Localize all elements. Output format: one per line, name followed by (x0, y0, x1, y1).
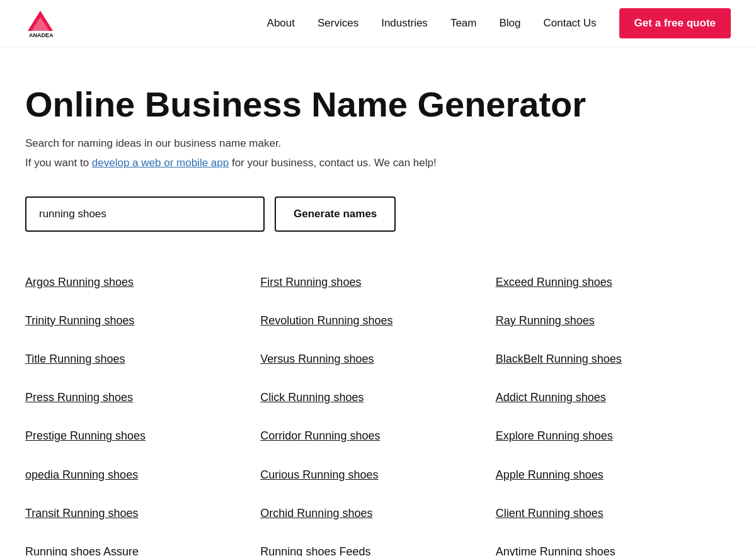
result-link[interactable]: Versus Running shoes (260, 340, 495, 378)
result-link[interactable]: Addict Running shoes (496, 378, 731, 417)
subtitle-suffix: for your business, contact us. We can he… (229, 157, 436, 169)
search-input[interactable] (25, 196, 265, 232)
result-link[interactable]: Transit Running shoes (25, 494, 260, 533)
result-link[interactable]: Apple Running shoes (496, 456, 731, 494)
results-column-3: Exceed Running shoesRay Running shoesBla… (496, 263, 731, 556)
get-free-quote-button[interactable]: Get a free quote (619, 8, 731, 38)
main-nav: About Services Industries Team Blog Cont… (267, 8, 731, 38)
result-link[interactable]: Argos Running shoes (25, 263, 260, 302)
svg-text:ANADEA: ANADEA (29, 32, 54, 38)
result-link[interactable]: First Running shoes (260, 263, 495, 302)
result-link[interactable]: Click Running shoes (260, 378, 495, 417)
develop-app-link[interactable]: develop a web or mobile app (92, 157, 229, 169)
result-link[interactable]: Running shoes Assure (25, 533, 260, 556)
result-link[interactable]: Revolution Running shoes (260, 302, 495, 340)
result-link[interactable]: Title Running shoes (25, 340, 260, 378)
nav-services[interactable]: Services (318, 17, 358, 30)
nav-industries[interactable]: Industries (381, 17, 428, 30)
main-content: Online Business Name Generator Search fo… (0, 47, 756, 556)
logo[interactable]: ANADEA (25, 8, 55, 38)
page-title: Online Business Name Generator (25, 85, 731, 124)
site-header: ANADEA About Services Industries Team Bl… (0, 0, 756, 47)
result-link[interactable]: Trinity Running shoes (25, 302, 260, 340)
search-section: Generate names (25, 196, 731, 232)
subtitle-line1: Search for naming ideas in our business … (25, 135, 731, 152)
result-link[interactable]: opedia Running shoes (25, 456, 260, 494)
result-link[interactable]: Prestige Running shoes (25, 417, 260, 455)
result-link[interactable]: Client Running shoes (496, 494, 731, 533)
result-link[interactable]: Press Running shoes (25, 378, 260, 417)
result-link[interactable]: BlackBelt Running shoes (496, 340, 731, 378)
result-link[interactable]: Ray Running shoes (496, 302, 731, 340)
generate-names-button[interactable]: Generate names (275, 196, 396, 232)
results-column-2: First Running shoesRevolution Running sh… (260, 263, 495, 556)
result-link[interactable]: Anytime Running shoes (496, 533, 731, 556)
subtitle-prefix: If you want to (25, 157, 92, 169)
nav-contact[interactable]: Contact Us (543, 17, 596, 30)
results-grid: Argos Running shoesTrinity Running shoes… (25, 263, 731, 556)
result-link[interactable]: Running shoes Feeds (260, 533, 495, 556)
result-link[interactable]: Orchid Running shoes (260, 494, 495, 533)
result-link[interactable]: Curious Running shoes (260, 456, 495, 494)
subtitle-line2: If you want to develop a web or mobile a… (25, 155, 731, 171)
results-column-1: Argos Running shoesTrinity Running shoes… (25, 263, 260, 556)
result-link[interactable]: Exceed Running shoes (496, 263, 731, 302)
nav-about[interactable]: About (267, 17, 295, 30)
nav-blog[interactable]: Blog (499, 17, 520, 30)
result-link[interactable]: Explore Running shoes (496, 417, 731, 455)
result-link[interactable]: Corridor Running shoes (260, 417, 495, 455)
nav-team[interactable]: Team (450, 17, 477, 30)
logo-icon: ANADEA (25, 8, 55, 38)
